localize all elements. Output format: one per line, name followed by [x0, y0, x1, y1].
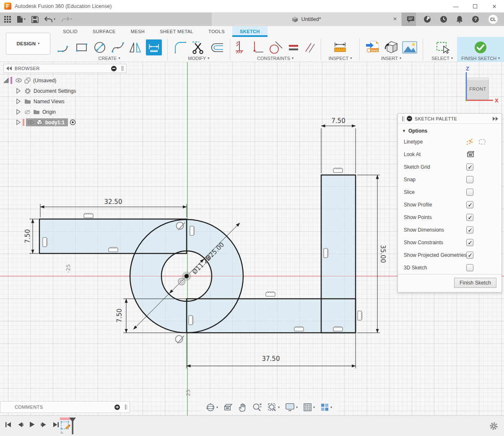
notifications-bell-icon[interactable]: [456, 16, 463, 23]
construction-linetype-icon[interactable]: [466, 138, 475, 146]
panel-grip[interactable]: [122, 66, 124, 71]
inspect-group-label[interactable]: INSPECT▾: [329, 56, 352, 61]
viewports-button[interactable]: ▾: [320, 403, 332, 412]
tab-tools[interactable]: TOOLS: [201, 26, 232, 37]
comments-icon[interactable]: [407, 16, 415, 23]
finish-sketch-palette-button[interactable]: Finish Sketch: [454, 278, 496, 288]
expand-panel-icon[interactable]: [492, 117, 498, 121]
grid-settings-button[interactable]: ▾: [303, 403, 315, 412]
save-button[interactable]: [31, 16, 39, 23]
show-projected-geometries-checkbox[interactable]: [466, 252, 473, 259]
redo-button[interactable]: ▾: [61, 16, 72, 23]
expander-collapsed-icon[interactable]: [16, 109, 21, 115]
collapse-palette-icon[interactable]: [407, 116, 412, 121]
eye-icon[interactable]: [28, 120, 34, 125]
ground-radio-icon[interactable]: [70, 119, 76, 125]
spline-tool-icon[interactable]: [111, 40, 125, 55]
browser-row-named-views[interactable]: Named Views: [16, 97, 127, 106]
user-avatar[interactable]: CL: [488, 14, 498, 24]
maximize-button[interactable]: [465, 0, 485, 13]
orbit-button[interactable]: ▾: [206, 403, 218, 412]
fix-constraint-icon[interactable]: [234, 40, 247, 55]
options-section-header[interactable]: ▼ Options: [398, 124, 501, 136]
extensions-icon[interactable]: [423, 16, 431, 23]
finish-sketch-label[interactable]: FINISH SKETCH▾: [461, 56, 500, 61]
equal-constraint-icon[interactable]: [287, 41, 300, 54]
mirror-tool-icon[interactable]: [128, 40, 143, 55]
tab-sketch[interactable]: SKETCH: [232, 26, 268, 37]
insert-mesh-icon[interactable]: [384, 40, 399, 55]
minimize-button[interactable]: —: [446, 0, 465, 13]
browser-row-origin[interactable]: Origin: [16, 107, 127, 116]
fillet-tool-icon[interactable]: [173, 40, 187, 55]
timeline-play-button[interactable]: [29, 421, 35, 428]
expander-collapsed-icon[interactable]: [16, 88, 21, 94]
modify-group-label[interactable]: MODIFY▾: [188, 56, 209, 61]
tab-mesh[interactable]: MESH: [123, 26, 152, 37]
timeline-settings-gear-icon[interactable]: [489, 422, 498, 431]
insert-image-icon[interactable]: [402, 41, 417, 54]
sketch-grid-checkbox[interactable]: [466, 164, 473, 171]
look-at-icon[interactable]: [466, 151, 475, 158]
add-comment-icon[interactable]: [114, 405, 120, 410]
snap-checkbox[interactable]: [466, 176, 473, 183]
panel-grip[interactable]: [125, 405, 127, 410]
zoom-button[interactable]: [252, 403, 262, 412]
close-button[interactable]: ✕: [485, 0, 504, 13]
insert-svg-icon[interactable]: SVG: [365, 40, 380, 55]
offset-tool-icon[interactable]: [209, 40, 224, 55]
timeline-step-forward-button[interactable]: [41, 422, 47, 428]
zoom-window-button[interactable]: ▾: [268, 403, 280, 412]
select-group-label[interactable]: SELECT▾: [431, 56, 453, 61]
eye-hidden-icon[interactable]: [24, 110, 31, 115]
comments-panel[interactable]: COMMENTS: [0, 401, 130, 413]
pan-button[interactable]: [238, 403, 247, 412]
circle-tool-icon[interactable]: [92, 40, 107, 55]
create-group-label[interactable]: CREATE▾: [99, 56, 120, 61]
measure-tool-icon[interactable]: [333, 41, 347, 54]
panel-grip[interactable]: [402, 116, 404, 121]
finish-sketch-button[interactable]: [473, 40, 488, 55]
trim-tool-icon[interactable]: [191, 40, 206, 55]
file-menu-button[interactable]: ▾: [17, 16, 26, 23]
line-tool-icon[interactable]: [57, 40, 71, 55]
viewcube-face-label[interactable]: FRONT: [469, 86, 486, 91]
collapse-panel-icon[interactable]: [6, 66, 12, 70]
timeline-sketch-feature[interactable]: [60, 418, 77, 434]
eye-icon[interactable]: [16, 78, 22, 83]
view-cube[interactable]: Z X FRONT: [460, 64, 502, 107]
browser-root-row[interactable]: (Unsaved): [3, 76, 127, 85]
browser-header[interactable]: BROWSER: [3, 64, 127, 73]
undo-button[interactable]: ▾: [44, 16, 55, 23]
constraints-group-label[interactable]: CONSTRAINTS▾: [257, 56, 294, 61]
job-status-clock-icon[interactable]: [440, 16, 447, 23]
show-constraints-checkbox[interactable]: [466, 239, 473, 246]
show-profile-checkbox[interactable]: [466, 201, 473, 209]
tab-sheet-metal[interactable]: SHEET METAL: [152, 26, 201, 37]
document-tab[interactable]: Untitled* ✕: [212, 13, 401, 26]
expander-expanded-icon[interactable]: [3, 78, 9, 83]
3d-sketch-checkbox[interactable]: [466, 264, 473, 272]
sketch-dimension-tool-icon[interactable]: [146, 39, 162, 55]
expander-collapsed-icon[interactable]: [16, 99, 21, 104]
expander-collapsed-icon[interactable]: [16, 120, 21, 125]
sketch-canvas[interactable]: 32.50 7.50 7.50 35.00 37.50 7.50 Ø11.25 …: [0, 62, 504, 415]
look-at-button[interactable]: [223, 403, 233, 411]
projected-linetype-icon[interactable]: [478, 138, 486, 146]
timeline-step-back-button[interactable]: [17, 422, 23, 428]
parallel-constraint-icon[interactable]: [303, 41, 317, 54]
palette-header[interactable]: SKETCH PALETTE: [398, 114, 501, 124]
collapse-tree-icon[interactable]: [111, 66, 117, 71]
rectangle-tool-icon[interactable]: [75, 40, 89, 55]
display-settings-button[interactable]: ▾: [285, 403, 298, 412]
help-icon[interactable]: ?: [472, 16, 479, 23]
browser-row-body[interactable]: body1:1: [16, 118, 127, 127]
workspace-selector[interactable]: DESIGN ▾: [6, 33, 50, 55]
tangent-constraint-icon[interactable]: [268, 40, 284, 55]
timeline-end-button[interactable]: [52, 422, 59, 428]
app-launcher-icon[interactable]: [4, 16, 11, 23]
vertical-horizontal-constraint-icon[interactable]: [250, 40, 265, 55]
show-points-checkbox[interactable]: [466, 214, 473, 221]
tab-surface[interactable]: SURFACE: [85, 26, 123, 37]
show-dimensions-checkbox[interactable]: [466, 227, 473, 234]
